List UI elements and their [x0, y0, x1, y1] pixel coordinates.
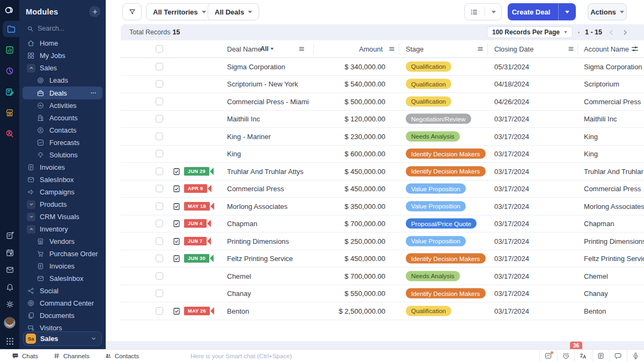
chevron-up-icon[interactable] — [27, 64, 35, 73]
create-deal-button[interactable]: Create Deal — [508, 3, 576, 20]
sidebar-item-salesinbox[interactable]: SalesInbox — [19, 272, 106, 285]
sidebar-item-invoices[interactable]: Invoices — [19, 260, 106, 272]
sidebar-item-inventory[interactable]: Inventory — [19, 223, 106, 235]
rail-files-module-icon[interactable] — [3, 21, 19, 37]
compose-icon[interactable] — [5, 231, 14, 240]
translate-icon[interactable] — [574, 350, 592, 362]
table-row[interactable]: JUN 7Printing Dimensions$ 250,000.00Valu… — [121, 233, 644, 250]
table-row[interactable]: Scriptorium - New York$ 540,000.00Qualif… — [121, 76, 644, 93]
column-header-closing-date[interactable]: Closing Date — [494, 45, 533, 53]
calendar-icon[interactable] — [5, 248, 14, 257]
microphone-icon[interactable] — [627, 350, 644, 362]
user-avatar[interactable] — [4, 317, 16, 329]
table-row[interactable]: King$ 600,000.00Identify Decision Makers… — [121, 146, 644, 163]
deal-name-filter-dropdown[interactable]: All — [260, 45, 274, 53]
list-display-mode-dropdown[interactable] — [464, 3, 502, 20]
deal-name-cell[interactable]: Maithili Inc — [227, 115, 260, 123]
row-checkbox[interactable] — [156, 80, 163, 88]
task-clipboard-check-icon[interactable] — [172, 307, 181, 315]
unread-count-badge[interactable]: 36 — [570, 342, 582, 349]
row-checkbox[interactable] — [156, 202, 163, 210]
deal-name-cell[interactable]: Benton — [227, 307, 249, 315]
mail-icon[interactable] — [5, 265, 14, 274]
row-checkbox[interactable] — [156, 63, 163, 70]
sidebar-item-crm-visuals[interactable]: CRM Visuals — [19, 211, 106, 223]
row-checkbox[interactable] — [156, 150, 163, 157]
notes-icon[interactable] — [592, 350, 610, 362]
column-header-stage[interactable]: Stage — [406, 45, 423, 53]
sidebar-item-vendors[interactable]: Vendors — [19, 235, 106, 248]
next-page-button[interactable] — [621, 28, 629, 37]
closing-date-column-menu-icon[interactable] — [567, 45, 575, 53]
activity-report-icon[interactable] — [539, 350, 557, 362]
rail-notebook-module-icon[interactable] — [1, 84, 18, 100]
sidebar-item-campaigns[interactable]: Campaigns — [19, 186, 106, 198]
settings-gear-icon[interactable] — [5, 300, 14, 309]
contacts-tab[interactable]: Contacts — [105, 352, 139, 359]
task-clipboard-check-icon[interactable] — [172, 167, 181, 176]
sidebar-item-leads[interactable]: Leads — [19, 74, 106, 86]
table-row[interactable]: Maithili Inc$ 120,000.00Negotiation/Revi… — [121, 111, 644, 128]
deal-name-cell[interactable]: Chapman — [227, 220, 257, 228]
deal-name-cell[interactable]: Scriptorium - New York — [227, 80, 298, 88]
sidebar-item-invoices[interactable]: Invoices — [19, 161, 106, 173]
chat-bubble-icon[interactable] — [609, 350, 627, 362]
rail-marketplace-module-icon[interactable] — [1, 105, 18, 121]
row-checkbox[interactable] — [156, 220, 163, 227]
table-row[interactable]: Sigma Corporation$ 340,000.00Qualificati… — [121, 58, 644, 76]
smart-chat-input[interactable]: Here is your Smart chat (Ctrl+Space) — [191, 353, 292, 359]
filter-button[interactable] — [122, 3, 142, 20]
deal-name-cell[interactable]: Morlong Associates — [227, 202, 288, 210]
sidebar-item-purchase-order[interactable]: Purchase Order — [19, 248, 106, 260]
sidebar-item-solutions[interactable]: Solutions — [19, 149, 106, 161]
table-row[interactable]: JUN 4Chapman$ 700,000.00Proposal/Price Q… — [121, 215, 644, 233]
sidebar-item-command-center[interactable]: Command Center — [19, 297, 106, 309]
row-checkbox[interactable] — [156, 98, 163, 105]
task-clipboard-check-icon[interactable] — [172, 202, 181, 211]
workspace-selector[interactable]: Sa Sales — [23, 331, 102, 346]
records-per-page-dropdown[interactable]: 100 Records Per Page — [487, 26, 573, 38]
table-row[interactable]: MAY 18Morlong Associates$ 350,000.00Valu… — [121, 198, 644, 215]
row-checkbox[interactable] — [156, 133, 163, 140]
sidebar-item-contacts[interactable]: Contacts — [19, 124, 106, 136]
row-checkbox[interactable] — [156, 185, 163, 192]
rail-reports-module-icon[interactable] — [1, 63, 18, 79]
sidebar-item-sales[interactable]: Sales — [19, 62, 106, 74]
column-header-account-name[interactable]: Account Name — [584, 45, 629, 53]
zoho-logo-icon[interactable] — [4, 4, 16, 16]
table-row[interactable]: King - Mariner$ 230,000.00Needs Analysis… — [121, 128, 644, 146]
table-row[interactable]: JUN 29Truhlar And Truhlar Attys$ 450,000… — [121, 163, 644, 180]
sidebar-item-documents[interactable]: Documents — [19, 309, 106, 322]
add-module-button[interactable] — [89, 6, 100, 17]
chevron-down-icon[interactable] — [27, 200, 35, 209]
row-checkbox[interactable] — [156, 168, 163, 175]
deal-name-cell[interactable]: Chemel — [227, 272, 251, 280]
chevron-up-icon[interactable] — [27, 225, 35, 234]
column-header-deal-name[interactable]: Deal Name — [227, 45, 261, 53]
task-clipboard-check-icon[interactable] — [172, 254, 181, 263]
sidebar-item-home[interactable]: Home — [19, 37, 106, 49]
deal-name-column-menu-icon[interactable] — [298, 45, 305, 53]
sidebar-item-accounts[interactable]: Accounts — [19, 112, 106, 124]
notifications-bell-icon[interactable] — [5, 283, 14, 292]
row-checkbox[interactable] — [156, 255, 163, 262]
sidebar-item-forecasts[interactable]: Forecasts — [19, 136, 106, 149]
table-row[interactable]: MAY 26Benton$ 2,500,000.00Qualification0… — [121, 302, 644, 320]
column-header-amount[interactable]: Amount — [335, 45, 383, 53]
previous-page-button[interactable] — [608, 28, 616, 37]
deal-name-cell[interactable]: Feltz Printing Service — [227, 255, 293, 263]
sidebar-item-products[interactable]: Products — [19, 198, 106, 211]
select-all-checkbox[interactable] — [156, 45, 163, 53]
chevron-down-icon[interactable] — [27, 213, 35, 221]
more-options-icon[interactable] — [90, 89, 97, 97]
sidebar-item-social[interactable]: Social — [19, 285, 106, 297]
deal-name-cell[interactable]: King - Mariner — [227, 132, 271, 140]
sidebar-item-salesinbox[interactable]: SalesInbox — [19, 173, 106, 186]
rail-search-people-module-icon[interactable] — [1, 126, 18, 142]
chats-tab[interactable]: Chats — [12, 352, 38, 359]
row-checkbox[interactable] — [156, 289, 163, 297]
deal-name-cell[interactable]: Sigma Corporation — [227, 62, 285, 70]
actions-dropdown[interactable]: Actions — [588, 3, 627, 20]
row-checkbox[interactable] — [156, 307, 163, 315]
task-clipboard-check-icon[interactable] — [172, 237, 181, 245]
